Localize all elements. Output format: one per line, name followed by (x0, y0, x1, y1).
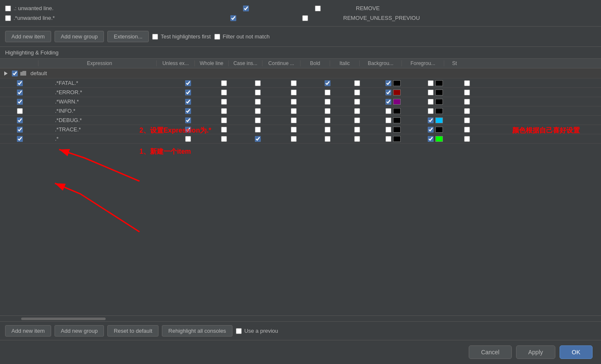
row-6-unlessex-cb[interactable] (185, 136, 191, 142)
row-6-fg-cb[interactable] (428, 136, 434, 142)
scrollbar-thumb[interactable] (21, 318, 106, 320)
row-2-italic-cb[interactable] (354, 99, 360, 105)
row-2-caseins-cb[interactable] (255, 99, 261, 105)
row-4-fg-cb[interactable] (428, 117, 434, 123)
ok-button[interactable]: OK (560, 345, 593, 359)
row-0-checkbox[interactable] (17, 80, 23, 86)
group-checkbox[interactable] (12, 71, 18, 76)
row-0-bg-swatch[interactable] (393, 80, 401, 86)
row-3-caseins-cb[interactable] (255, 108, 261, 114)
unwanted-row-1-cb1[interactable] (243, 5, 249, 11)
row-4-italic-cb[interactable] (354, 117, 360, 123)
row-5-st-cb[interactable] (464, 127, 470, 133)
row-0-fg-swatch[interactable] (435, 80, 443, 86)
row-2-bg-swatch[interactable] (393, 99, 401, 105)
row-0-italic-cb[interactable] (354, 80, 360, 86)
row-6-caseins-cb[interactable] (255, 136, 261, 142)
row-6-fg-swatch[interactable] (435, 136, 443, 142)
row-3-fg-swatch[interactable] (435, 108, 443, 114)
row-1-unlessex-cb[interactable] (185, 90, 191, 95)
row-3-unlessex-cb[interactable] (185, 108, 191, 114)
rehighlight-button[interactable]: Rehighlight all consoles (162, 325, 232, 337)
row-2-st-cb[interactable] (464, 99, 470, 105)
row-2-wholeline-cb[interactable] (221, 99, 227, 105)
row-3-wholeline-cb[interactable] (221, 108, 227, 114)
row-5-caseins-cb[interactable] (255, 127, 261, 133)
unwanted-row-1-checkbox[interactable] (5, 5, 11, 11)
row-5-fg-swatch[interactable] (435, 127, 443, 133)
row-5-wholeline-cb[interactable] (221, 127, 227, 133)
row-2-fg-cb[interactable] (428, 99, 434, 105)
row-6-continue-cb[interactable] (291, 136, 297, 142)
row-4-wholeline-cb[interactable] (221, 117, 227, 123)
row-3-bg-cb[interactable] (385, 108, 391, 114)
row-2-continue-cb[interactable] (291, 99, 297, 105)
row-4-st-cb[interactable] (464, 117, 470, 123)
row-4-continue-cb[interactable] (291, 117, 297, 123)
row-0-continue-cb[interactable] (291, 80, 297, 86)
row-4-bg-cb[interactable] (385, 117, 391, 123)
filter-out-checkbox[interactable] (214, 34, 220, 40)
row-4-unlessex-cb[interactable] (185, 117, 191, 123)
row-1-italic-cb[interactable] (354, 90, 360, 95)
row-0-caseins-cb[interactable] (255, 80, 261, 86)
row-2-bg-cb[interactable] (385, 99, 391, 105)
test-highlighters-checkbox[interactable] (152, 34, 158, 40)
filter-out-label[interactable]: Filter out not match (214, 33, 270, 40)
row-4-bg-swatch[interactable] (393, 117, 401, 123)
row-5-bg-swatch[interactable] (393, 127, 401, 133)
row-3-italic-cb[interactable] (354, 108, 360, 114)
row-1-caseins-cb[interactable] (255, 90, 261, 95)
row-5-continue-cb[interactable] (291, 127, 297, 133)
expand-icon[interactable] (4, 71, 8, 76)
top-extension-button[interactable]: Extension... (107, 31, 149, 42)
row-0-fg-cb[interactable] (428, 80, 434, 86)
row-2-bold-cb[interactable] (325, 99, 331, 105)
row-1-bg-swatch[interactable] (393, 90, 401, 95)
test-highlighters-label[interactable]: Test highlighters first (152, 33, 211, 40)
unwanted-row-2-checkbox[interactable] (5, 15, 11, 21)
row-1-bold-cb[interactable] (325, 90, 331, 95)
row-1-st-cb[interactable] (464, 90, 470, 95)
row-3-continue-cb[interactable] (291, 108, 297, 114)
row-1-fg-swatch[interactable] (435, 90, 443, 95)
row-6-bg-cb[interactable] (385, 136, 391, 142)
row-2-unlessex-cb[interactable] (185, 99, 191, 105)
row-6-wholeline-cb[interactable] (221, 136, 227, 142)
row-2-fg-swatch[interactable] (435, 99, 443, 105)
row-6-bold-cb[interactable] (325, 136, 331, 142)
cancel-button[interactable]: Cancel (469, 345, 512, 359)
row-3-bg-swatch[interactable] (393, 108, 401, 114)
apply-button[interactable]: Apply (516, 345, 555, 359)
top-add-item-button[interactable]: Add new item (5, 31, 51, 42)
bottom-add-item-button[interactable]: Add new item (5, 325, 51, 337)
row-1-bg-cb[interactable] (385, 90, 391, 95)
use-previous-label[interactable]: Use a previou (236, 328, 278, 334)
row-0-bold-cb[interactable] (325, 80, 331, 86)
unwanted-row-2-cb2[interactable] (302, 15, 308, 21)
bottom-add-group-button[interactable]: Add new group (55, 325, 104, 337)
row-1-continue-cb[interactable] (291, 90, 297, 95)
row-1-fg-cb[interactable] (428, 90, 434, 95)
top-add-group-button[interactable]: Add new group (55, 31, 104, 42)
use-previous-checkbox[interactable] (236, 328, 242, 334)
row-4-fg-swatch[interactable] (435, 117, 443, 123)
row-6-bg-swatch[interactable] (393, 136, 401, 142)
row-4-bold-cb[interactable] (325, 117, 331, 123)
row-3-st-cb[interactable] (464, 108, 470, 114)
unwanted-row-1-cb2[interactable] (315, 5, 321, 11)
row-3-fg-cb[interactable] (428, 108, 434, 114)
row-6-checkbox[interactable] (17, 136, 23, 142)
row-0-wholeline-cb[interactable] (221, 80, 227, 86)
row-0-bg-cb[interactable] (385, 80, 391, 86)
row-5-italic-cb[interactable] (354, 127, 360, 133)
row-4-caseins-cb[interactable] (255, 117, 261, 123)
unwanted-row-2-cb1[interactable] (230, 15, 236, 21)
row-1-wholeline-cb[interactable] (221, 90, 227, 95)
row-6-st-cb[interactable] (464, 136, 470, 142)
row-2-checkbox[interactable] (17, 99, 23, 105)
row-3-checkbox[interactable] (17, 108, 23, 114)
row-3-bold-cb[interactable] (325, 108, 331, 114)
row-5-bold-cb[interactable] (325, 127, 331, 133)
row-5-fg-cb[interactable] (428, 127, 434, 133)
